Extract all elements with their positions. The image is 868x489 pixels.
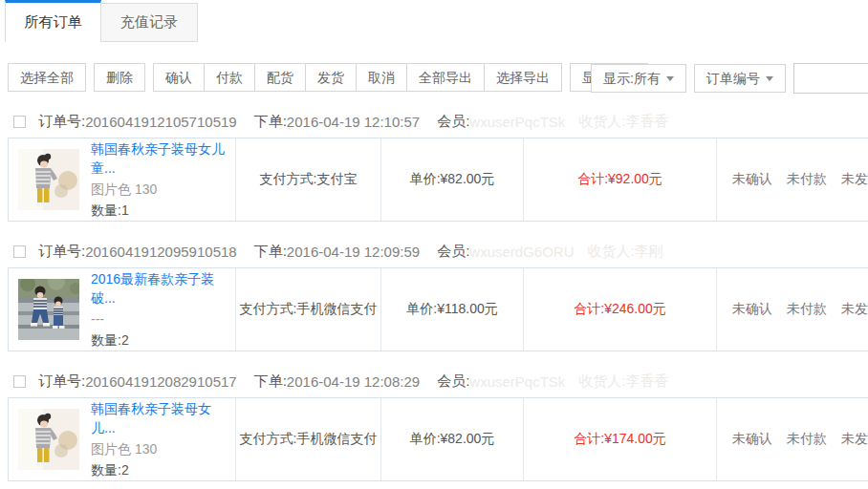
placed-time: 2016-04-19 12:10:57 (287, 114, 420, 130)
product-image[interactable] (18, 279, 79, 340)
order-no-value: 2016041912105710519 (85, 114, 237, 130)
member-value: wxuserdG6ORU (469, 244, 574, 260)
placed-time: 2016-04-19 12:08:29 (287, 373, 420, 390)
status-unpaid: 未付款 (787, 301, 827, 318)
delete-button[interactable]: 删除 (94, 63, 145, 92)
order-no-filter-dropdown[interactable]: 订单编号 (694, 64, 786, 93)
product-details: 韩国春秋亲子装母女儿童... 图片色 130 数量:1 (91, 139, 235, 220)
product-title-link[interactable]: 韩国春秋亲子装母女儿... (91, 399, 235, 437)
caret-down-icon (766, 76, 773, 81)
status-unshipped: 未发货 (841, 431, 868, 448)
status-unconfirmed: 未确认 (732, 301, 772, 318)
ship-button[interactable]: 发货 (305, 63, 357, 92)
toolbar: 选择全部 删除 确认 付款 配货 发货 取消 全部导出 选择导出 显示帮助 显示… (8, 63, 868, 92)
status-unpaid: 未付款 (787, 431, 827, 448)
placed-label: 下单: (254, 372, 287, 391)
status-unshipped: 未发货 (841, 301, 868, 318)
receiver-value: 收货人:李香香 (578, 372, 668, 391)
order-row: 韩国春秋亲子装母女儿... 图片色 130 数量:2 支付方式:手机微信支付 单… (8, 397, 868, 481)
select-all-button[interactable]: 选择全部 (8, 63, 86, 92)
order-block: 订单号: 2016041912095910518 下单: 2016-04-19 … (8, 241, 868, 351)
order-action-group: 确认 付款 配货 发货 取消 全部导出 选择导出 (153, 63, 562, 92)
order-header: 订单号: 2016041912105710519 下单: 2016-04-19 … (13, 111, 868, 132)
product-image[interactable] (18, 149, 79, 210)
order-total: 合计:¥92.00元 (577, 171, 662, 188)
display-filter-label: 显示:所有 (603, 65, 661, 92)
status-unconfirmed: 未确认 (732, 431, 772, 448)
order-checkbox[interactable] (13, 116, 26, 128)
cancel-button[interactable]: 取消 (356, 63, 407, 92)
tab-all-orders[interactable]: 所有订单 (5, 0, 101, 42)
caret-down-icon (666, 76, 674, 81)
order-checkbox[interactable] (13, 375, 26, 388)
unit-price-cell: 单价:¥82.00元 (381, 398, 524, 480)
status-unconfirmed: 未确认 (732, 171, 772, 188)
order-total: 合计:¥174.00元 (574, 431, 666, 448)
product-title-link[interactable]: 韩国春秋亲子装母女儿童... (91, 139, 235, 178)
unit-price-cell: 单价:¥118.00元 (381, 268, 524, 351)
order-row: 2016最新春款亲子装破... --- 数量:2 支付方式:手机微信支付 单价:… (8, 267, 868, 351)
product-quantity: 数量:2 (91, 460, 235, 479)
export-selected-button[interactable]: 选择导出 (484, 63, 562, 92)
receiver-value: 收货人:李香香 (578, 113, 668, 131)
product-quantity: 数量:1 (91, 201, 235, 220)
total-cell: 合计:¥92.00元 (524, 138, 717, 221)
confirm-button[interactable]: 确认 (153, 63, 205, 92)
order-no-value: 2016041912095910518 (85, 244, 237, 260)
placed-time: 2016-04-19 12:09:59 (287, 244, 420, 260)
status-cell: 未确认 未付款 未发货 (717, 268, 868, 351)
product-cell: 2016最新春款亲子装破... --- 数量:2 (9, 268, 236, 351)
display-filter-dropdown[interactable]: 显示:所有 (591, 64, 686, 93)
order-no-value: 2016041912082910517 (85, 373, 237, 390)
product-spec: --- (91, 309, 235, 329)
payment-cell: 支付方式:手机微信支付 (236, 398, 381, 480)
status-cell: 未确认 未付款 未发货 (717, 398, 868, 480)
tab-bar: 所有订单 充值记录 (0, 0, 868, 42)
member-label: 会员: (437, 243, 469, 261)
payment-method: 支付方式:手机微信支付 (240, 431, 378, 448)
order-header: 订单号: 2016041912082910517 下单: 2016-04-19 … (13, 371, 868, 392)
order-header: 订单号: 2016041912095910518 下单: 2016-04-19 … (13, 241, 868, 262)
export-all-button[interactable]: 全部导出 (406, 63, 485, 92)
order-no-label: 订单号: (38, 372, 85, 391)
total-cell: 合计:¥174.00元 (524, 398, 717, 480)
member-label: 会员: (437, 113, 469, 131)
unit-price: 单价:¥82.00元 (410, 171, 495, 188)
receiver-value: 收货人:李刚 (588, 243, 663, 261)
unit-price-cell: 单价:¥82.00元 (381, 138, 524, 221)
member-value: wxuserPqcTSk (469, 114, 565, 130)
order-row: 韩国春秋亲子装母女儿童... 图片色 130 数量:1 支付方式:支付宝 单价:… (8, 138, 868, 222)
toolbar-filters: 显示:所有 订单编号 (591, 63, 868, 94)
payment-method: 支付方式:支付宝 (260, 171, 358, 188)
order-no-label: 订单号: (38, 243, 85, 261)
product-title-link[interactable]: 2016最新春款亲子装破... (91, 269, 235, 308)
status-unpaid: 未付款 (787, 171, 827, 188)
order-no-filter-label: 订单编号 (706, 65, 760, 92)
order-search-input[interactable] (793, 63, 868, 94)
pay-button[interactable]: 付款 (204, 63, 255, 92)
order-block: 订单号: 2016041912082910517 下单: 2016-04-19 … (8, 371, 868, 481)
product-spec: 图片色 130 (91, 439, 235, 458)
product-cell: 韩国春秋亲子装母女儿... 图片色 130 数量:2 (9, 398, 236, 480)
product-cell: 韩国春秋亲子装母女儿童... 图片色 130 数量:1 (9, 138, 236, 221)
product-details: 韩国春秋亲子装母女儿... 图片色 130 数量:2 (91, 399, 235, 479)
payment-cell: 支付方式:支付宝 (236, 138, 381, 221)
order-block: 订单号: 2016041912105710519 下单: 2016-04-19 … (8, 111, 868, 222)
total-cell: 合计:¥246.00元 (524, 268, 717, 351)
member-value: wxuserPqcTSk (469, 373, 565, 390)
payment-cell: 支付方式:手机微信支付 (236, 268, 381, 351)
status-unshipped: 未发货 (841, 171, 868, 188)
product-details: 2016最新春款亲子装破... --- 数量:2 (91, 269, 235, 350)
placed-label: 下单: (254, 113, 287, 131)
member-label: 会员: (437, 372, 469, 391)
allocate-button[interactable]: 配货 (254, 63, 306, 92)
product-quantity: 数量:2 (91, 330, 235, 350)
unit-price: 单价:¥82.00元 (410, 431, 495, 448)
unit-price: 单价:¥118.00元 (406, 301, 497, 318)
order-checkbox[interactable] (13, 245, 26, 258)
product-spec: 图片色 130 (91, 180, 235, 199)
payment-method: 支付方式:手机微信支付 (240, 301, 378, 318)
tab-recharge-records[interactable]: 充值记录 (101, 3, 198, 42)
product-image[interactable] (18, 409, 79, 470)
order-no-label: 订单号: (38, 113, 85, 131)
